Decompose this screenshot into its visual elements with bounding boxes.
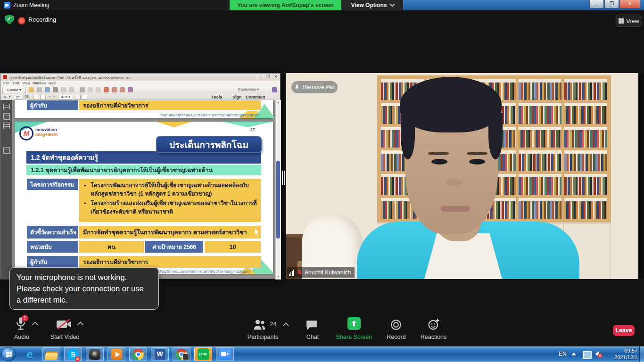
scroll-down-icon[interactable]: ▼ (277, 275, 280, 278)
open-icon[interactable] (29, 87, 34, 92)
prev-owner-label-cell: ผู้กำกับ (26, 100, 78, 111)
attachments-icon[interactable] (3, 123, 10, 129)
acrobat-titlebar[interactable]: การปรับปรุงแผนพลิกโฉมมหาวิทยาลัย ครั้งที… (0, 74, 280, 81)
tray-expand-caret[interactable] (571, 353, 576, 355)
menu-file[interactable]: File (3, 81, 9, 85)
audio-button[interactable]: Audio (8, 334, 36, 340)
taskbar-chrome[interactable] (129, 347, 147, 361)
page-up-icon[interactable]: ▲ (3, 95, 7, 98)
show-desktop-button[interactable] (639, 346, 644, 362)
tooltip-line-2: Please check your connection or use (17, 283, 152, 294)
prev-owner-value-cell: รองอธิการบดีฝ่ายวิชาการ (79, 100, 261, 111)
taskbar-explorer[interactable] (42, 347, 60, 361)
tooltip-line-1: Your microphone is not working. (17, 272, 152, 283)
pdf-export-icon[interactable] (104, 87, 109, 92)
start-video-button[interactable]: Start Video (47, 334, 83, 340)
save-icon[interactable] (37, 87, 42, 92)
acrobat-restore-button[interactable]: ❐ (265, 74, 272, 80)
forms-icon[interactable] (128, 87, 133, 92)
pdf-combine-icon[interactable] (120, 87, 125, 92)
start-video-icon[interactable] (56, 319, 73, 330)
zoom-out-icon[interactable]: − (49, 95, 50, 98)
view-layout-button[interactable]: View (616, 15, 642, 27)
pinned-video-tile[interactable]: Remove Pin Anuchit Kulwanich (286, 73, 644, 279)
prev-view-icon[interactable] (80, 87, 85, 92)
select-tool-icon[interactable] (33, 95, 39, 100)
window-controls: — ❐ ✕ (589, 0, 640, 8)
highlight-icon[interactable] (96, 87, 101, 92)
customize-button[interactable]: Customize ▾ (238, 87, 259, 91)
tray-clock[interactable]: 09:57 2021/12/1 (607, 347, 637, 361)
media-app-icon (111, 349, 122, 360)
sign-tab[interactable]: Sign (232, 95, 242, 99)
comment-tab[interactable]: Comment (246, 95, 265, 99)
zoom-level-select[interactable]: 81% ▾ (58, 95, 73, 99)
page-down-icon[interactable]: ▼ (8, 95, 11, 98)
acrobat-close-button[interactable]: ✕ (272, 74, 279, 80)
video-options-caret[interactable] (77, 321, 83, 328)
view-options-button[interactable]: View Options (341, 0, 403, 10)
taskbar-zoom[interactable] (216, 347, 234, 361)
comment-bubble-icon[interactable] (88, 87, 93, 92)
participant-nametag: Anuchit Kulwanich (287, 267, 355, 278)
page-thumbnails-icon[interactable] (3, 104, 10, 110)
fit-width-icon[interactable] (75, 95, 81, 100)
speaker-muted-badge: ✕ (598, 354, 603, 358)
network-icon[interactable] (583, 351, 592, 359)
email-icon[interactable] (69, 87, 74, 92)
language-indicator[interactable]: EN (559, 351, 567, 357)
security-shield-icon[interactable] (5, 15, 14, 25)
remove-pin-button[interactable]: Remove Pin (291, 81, 338, 93)
record-button[interactable]: Record (383, 334, 409, 340)
participants-caret[interactable] (283, 322, 289, 329)
menu-edit[interactable]: Edit (13, 81, 19, 85)
taskbar-ie[interactable]: e (21, 347, 39, 361)
windows-taskbar: e S✕ W LINE EN ✕ 09:57 2021/12/1 (0, 346, 644, 362)
pdf-create-icon[interactable] (112, 87, 117, 92)
acrobat-minimize-button[interactable]: — (257, 74, 264, 80)
share-icon[interactable] (45, 87, 50, 92)
leave-button[interactable]: Leave (613, 325, 635, 336)
participants-button[interactable]: Participants (240, 334, 285, 340)
taskbar-camera-app[interactable] (86, 347, 104, 361)
close-button[interactable]: ✕ (619, 0, 640, 8)
taskbar-word[interactable]: W (151, 347, 169, 361)
zoom-in-icon[interactable]: + (53, 95, 55, 98)
hand-tool-icon[interactable] (40, 95, 46, 100)
page-number-input[interactable] (14, 95, 22, 99)
restore-button[interactable]: ❐ (604, 0, 619, 8)
share-screen-icon[interactable] (347, 317, 361, 330)
tools-tab[interactable]: Tools (211, 95, 222, 99)
signatures-icon[interactable] (3, 147, 10, 154)
bookmarks-icon[interactable] (3, 113, 10, 120)
chat-button[interactable]: Chat (301, 334, 324, 340)
chrome-overlay-badge (182, 354, 189, 360)
chat-icon[interactable] (305, 320, 318, 331)
menu-view[interactable]: View (22, 81, 30, 85)
share-screen-button[interactable]: Share Screen (331, 334, 377, 340)
taskbar-skype[interactable]: S✕ (64, 347, 82, 361)
fit-page-icon[interactable] (82, 95, 87, 100)
taskbar-chrome-2[interactable] (173, 347, 190, 361)
minimize-button[interactable]: — (589, 0, 604, 8)
owner-value-cell: รองอธิการบดีฝ่ายวิชาการ (79, 255, 261, 268)
menu-window[interactable]: Window (33, 81, 46, 85)
reactions-button[interactable]: Reactions (416, 334, 451, 340)
pane-resize-handle[interactable] (282, 171, 286, 185)
scroll-up-icon[interactable]: ▲ (277, 101, 280, 104)
pdf-scrollbar-thumb[interactable] (276, 161, 280, 239)
audio-options-caret[interactable] (32, 321, 38, 328)
owner-label-cell: ผู้กำกับ (26, 255, 78, 268)
taskbar-line[interactable]: LINE (194, 347, 212, 361)
reactions-icon[interactable] (427, 318, 440, 331)
print-icon[interactable] (53, 87, 58, 92)
menu-help[interactable]: Help (49, 81, 56, 85)
panel-toggle-icon[interactable] (272, 87, 277, 92)
create-button[interactable]: Create ▾ (2, 87, 26, 93)
record-icon[interactable] (390, 319, 402, 331)
attach-icon[interactable] (61, 87, 66, 92)
participants-icon[interactable] (253, 319, 266, 331)
taskbar-media-app[interactable] (107, 347, 125, 361)
start-button[interactable] (1, 347, 16, 362)
kpi-value-cell: มีการจัดทำชุดความรู้ในการพัฒนาบุคลากร ตา… (79, 225, 261, 239)
